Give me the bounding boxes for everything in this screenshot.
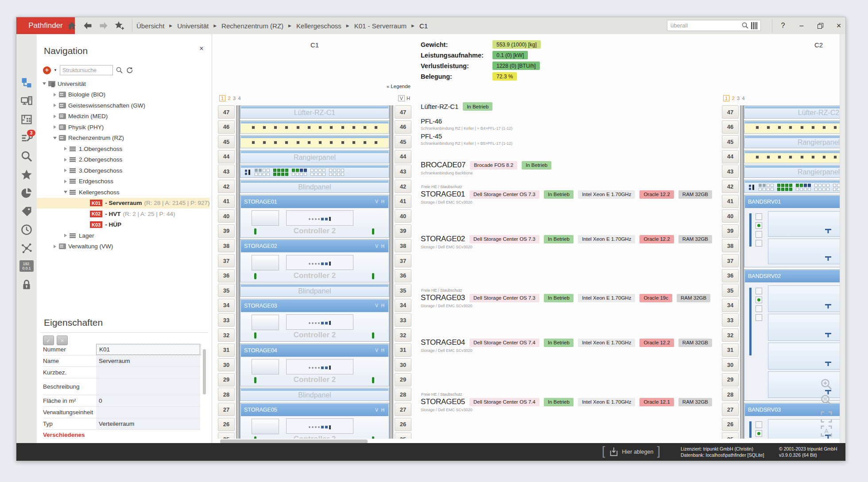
tree-item-3-obergeschoss[interactable]: 3.Obergeschoss: [37, 165, 210, 176]
rack-c1[interactable]: 1234VH4747464645454444434342424141404039…: [218, 93, 411, 439]
rack-slot-storage01[interactable]: STORAGE01V HController 2: [240, 195, 389, 238]
expand-down-icon[interactable]: [62, 191, 69, 193]
rack-slot-blindpanel[interactable]: Blindpanel: [240, 284, 389, 297]
breadcrumb-item[interactable]: Rechenzentrum (RZ): [221, 22, 283, 30]
tree-item-medizin-med-[interactable]: Medizin (MED): [37, 111, 210, 122]
expand-right-icon[interactable]: [52, 93, 58, 96]
tree-item-k03[interactable]: K03- HÜP: [37, 220, 210, 231]
property-value-typ[interactable]: Verteilerraum: [96, 418, 200, 429]
fit-view-icon[interactable]: [820, 410, 833, 424]
tree-item-universit-t[interactable]: Universität: [37, 78, 210, 89]
rack-slot-brush[interactable]: [240, 120, 389, 134]
sidebar-item-tasks[interactable]: 3: [20, 132, 33, 144]
maximize-button[interactable]: [814, 21, 826, 31]
rack-slot-patch[interactable]: [240, 165, 389, 178]
drop-zone[interactable]: [ Hier ablegen ]: [602, 443, 660, 461]
rack-vh-horizontal[interactable]: H: [407, 96, 410, 101]
expand-down-icon[interactable]: [52, 137, 58, 139]
rack-view-tabs[interactable]: 1234: [723, 94, 745, 102]
device-storage03[interactable]: Freie HE / StaubschutzSTORAGE03Dell Stor…: [421, 293, 710, 308]
breadcrumb-item[interactable]: Übersicht: [136, 22, 164, 30]
sidebar-item-floorplan[interactable]: [20, 113, 33, 126]
help-button[interactable]: ?: [777, 21, 789, 31]
expand-right-icon[interactable]: [52, 115, 58, 118]
close-button[interactable]: ×: [833, 21, 845, 31]
device-storage01[interactable]: Freie HE / StaubschutzSTORAGE01Dell Stor…: [421, 190, 712, 204]
tree-item-rechenzentrum-rz-[interactable]: Rechenzentrum (RZ): [37, 133, 210, 144]
property-value-fl-che-in-m-[interactable]: 0: [96, 395, 200, 406]
rack-view-tab[interactable]: 4: [238, 96, 240, 101]
sidebar-item-security[interactable]: [20, 279, 33, 291]
rack-slot-patch[interactable]: [744, 180, 845, 193]
rack-view-tabs[interactable]: 1234: [219, 94, 241, 102]
rack-slot-blindpanel[interactable]: Blindpanel: [240, 180, 389, 193]
tree-item-verwaltung-vw-[interactable]: Verwaltung (VW): [37, 241, 210, 252]
vertical-scroll-rail[interactable]: [840, 34, 845, 443]
device-pfl-46[interactable]: PFL-46Schrankanbindung RZ | Keller | » B…: [421, 117, 512, 131]
rack-view-tab[interactable]: 1: [723, 95, 729, 101]
rack-view-tab[interactable]: 1: [219, 95, 225, 101]
rack-slot-storage02[interactable]: STORAGE02V HController 2: [240, 239, 389, 282]
zoom-in-icon[interactable]: [820, 378, 833, 391]
tree-item-kellergeschoss[interactable]: Kellergeschoss: [37, 187, 210, 198]
expand-right-icon[interactable]: [62, 180, 69, 183]
device-storage02[interactable]: STORAGE02Dell Storage Center OS 7.3In Be…: [421, 235, 712, 249]
breadcrumb-item[interactable]: Universität: [177, 22, 209, 30]
forward-icon[interactable]: [98, 20, 109, 31]
rack-slot-rangierpanel[interactable]: Rangierpanel: [744, 135, 845, 148]
device-pfl-45[interactable]: PFL-45Schrankanbindung RZ | Keller | » B…: [421, 132, 512, 146]
rack-view-tab[interactable]: 3: [233, 96, 236, 101]
rack-slot-bandsrv01[interactable]: BANDSRV01: [744, 195, 845, 268]
breadcrumb-item[interactable]: K01 - Serverraum: [354, 22, 407, 30]
favorite-add-icon[interactable]: [113, 20, 126, 31]
device-storage04[interactable]: STORAGE04Dell Storage Center OS 7.4In Be…: [421, 338, 712, 353]
property-value-beschreibung[interactable]: [96, 378, 200, 395]
rack-slot-storage03[interactable]: STORAGE03V HController 2: [240, 299, 389, 342]
property-value-nummer[interactable]: K01: [96, 344, 200, 355]
zoom-out-icon[interactable]: [820, 393, 833, 407]
legend-link[interactable]: « Legende: [218, 84, 411, 89]
sidebar-item-tags[interactable]: [20, 205, 33, 218]
tree-search-icon[interactable]: [116, 66, 123, 74]
expand-down-icon[interactable]: [41, 82, 47, 85]
sidebar-item-structure-tree[interactable]: [20, 77, 33, 89]
tree-item-k01[interactable]: K01- Serverraum(R: 28 | A: 2145 | P: 927…: [37, 198, 210, 209]
expand-right-icon[interactable]: [62, 234, 69, 237]
rack-view-tab[interactable]: 3: [737, 96, 740, 101]
add-node-dropdown-icon[interactable]: ▼: [54, 68, 57, 72]
rack-slot-brush[interactable]: [744, 150, 845, 163]
sidebar-item-workplace[interactable]: [20, 95, 33, 108]
minimize-button[interactable]: –: [796, 21, 807, 31]
horizontal-scrollbar[interactable]: [220, 440, 368, 443]
search-icon[interactable]: [741, 22, 749, 29]
rack-view-tab[interactable]: 2: [732, 96, 734, 101]
breadcrumb-item[interactable]: C1: [419, 22, 428, 30]
tree-item-lager[interactable]: Lager: [37, 230, 210, 241]
rack-slot-blindpanel[interactable]: Blindpanel: [240, 388, 389, 401]
sidebar-item-reports[interactable]: [20, 187, 33, 199]
sidebar-item-history[interactable]: [20, 224, 33, 236]
sidebar-item-favorites[interactable]: [20, 169, 33, 181]
tree-item-geisteswissenschaften-gw-[interactable]: Geisteswissenschaften (GW): [37, 100, 210, 111]
home-icon[interactable]: [66, 20, 78, 31]
global-search-input[interactable]: [670, 22, 739, 29]
rack-vh-vertical[interactable]: V: [398, 95, 405, 101]
expand-right-icon[interactable]: [62, 169, 69, 172]
tree-item-physik-phy-[interactable]: Physik (PHY): [37, 122, 210, 133]
rack-vh-toggle[interactable]: VH: [398, 94, 410, 102]
rack-slot-rangierpanel[interactable]: Rangierpanel: [744, 165, 845, 178]
device-brocade07[interactable]: BROCADE07Brocade FOS 8.2In BetriebSchran…: [421, 161, 551, 175]
expand-right-icon[interactable]: [52, 125, 58, 129]
tree-item-k02[interactable]: K02- HVT(R: 2 | A: 25 | P: 44): [37, 208, 210, 220]
rack-slot-brush[interactable]: [744, 120, 845, 134]
sidebar-item-topology[interactable]: [20, 242, 33, 254]
property-value-verwaltungseinheit[interactable]: [96, 407, 200, 418]
tree-item-2-obergeschoss[interactable]: 2.Obergeschoss: [37, 154, 210, 166]
rack-slot-l-fter-rz-c2[interactable]: Lüfter-RZ-C2: [744, 105, 845, 119]
fit-labels-icon[interactable]: A: [820, 424, 833, 438]
device-l-fter-rz-c1[interactable]: Lüfter-RZ-C1In Betrieb: [421, 102, 492, 111]
breadcrumb-item[interactable]: Kellergeschoss: [296, 22, 341, 30]
property-value-name[interactable]: Serverraum: [96, 355, 200, 366]
rack-slot-storage04[interactable]: STORAGE04V HController 2: [240, 343, 389, 386]
expand-right-icon[interactable]: [62, 158, 69, 162]
